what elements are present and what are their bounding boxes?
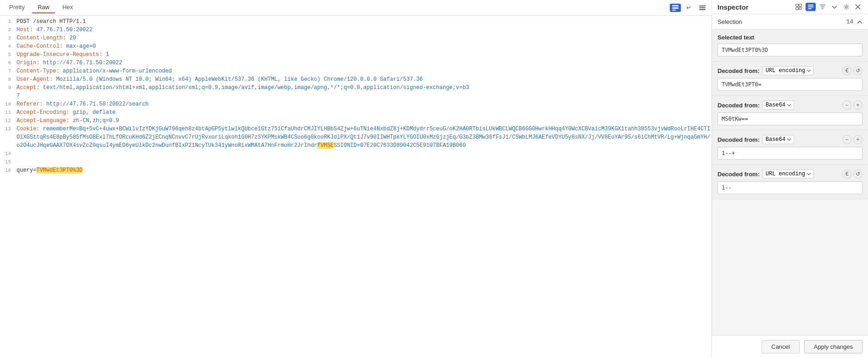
decode-section-3: Decoded from: URL encoding € ↺ 1-- xyxy=(712,165,868,199)
svg-rect-9 xyxy=(799,7,801,10)
code-line-2: 2 Host: 47.76.71.50:20022 xyxy=(0,26,712,34)
decode-section-2: Decoded from: Base64 − + 1--+ xyxy=(712,130,868,165)
decode-encoding-1: Base64 xyxy=(766,102,785,108)
decode-minus-icon-2[interactable]: − xyxy=(842,135,851,144)
decode-encoding-3: URL encoding xyxy=(766,171,805,177)
decode-copy-icon-0[interactable]: € xyxy=(842,66,851,75)
editor-toolbar: Pretty Raw Hex ↵ xyxy=(0,0,712,16)
tab-raw[interactable]: Raw xyxy=(32,2,55,13)
decode-encoding-0: URL encoding xyxy=(766,67,805,74)
code-line-7: 7 Content-Type: application/x-www-form-u… xyxy=(0,67,712,75)
code-line-14: 14 xyxy=(0,150,712,158)
svg-point-18 xyxy=(846,6,847,8)
decode-minus-icon-1[interactable]: − xyxy=(842,101,851,110)
code-line-9b: 7 xyxy=(0,92,712,100)
selected-text-title: Selected text xyxy=(718,34,862,41)
svg-rect-10 xyxy=(808,5,813,6)
collapse-icon[interactable] xyxy=(829,3,840,11)
decode-section-0: Decoded from: URL encoding € ↺ TVMwdEt3P… xyxy=(712,62,868,96)
apply-changes-button[interactable]: Apply changes xyxy=(804,340,862,353)
selected-text-value[interactable]: TVMwdEt3PT0%3D xyxy=(718,44,862,56)
svg-rect-2 xyxy=(672,10,676,11)
code-line-16: 16 query=TVMwdEt3PT0%3D xyxy=(0,166,712,174)
decode-action-icons-3: € ↺ xyxy=(842,169,862,179)
list-view-icon[interactable] xyxy=(806,3,816,11)
decode-action-icons-1: − + xyxy=(842,101,862,110)
newline-icon[interactable]: ↵ xyxy=(684,3,693,12)
editor-panel: Pretty Raw Hex ↵ xyxy=(0,0,712,358)
decode-dropdown-2[interactable]: Base64 xyxy=(762,135,794,144)
decode-label-2: Decoded from: xyxy=(718,136,760,143)
filter-icon[interactable] xyxy=(818,3,828,11)
decode-value-1[interactable]: MS0tKw== xyxy=(718,112,862,125)
selection-count: 14 xyxy=(846,18,853,25)
decode-section-1: Decoded from: Base64 − + MS0tKw== xyxy=(712,96,868,130)
decode-replace-icon-3[interactable]: ↺ xyxy=(853,169,862,179)
svg-line-17 xyxy=(835,6,837,8)
decode-plus-icon-1[interactable]: + xyxy=(853,101,862,110)
decode-value-2[interactable]: 1--+ xyxy=(718,147,862,160)
svg-rect-7 xyxy=(799,4,801,6)
selection-label: Selection xyxy=(718,18,846,25)
settings-icon[interactable] xyxy=(841,3,851,11)
decode-value-0[interactable]: TVMwdEt3PT0= xyxy=(718,78,862,91)
decode-encoding-2: Base64 xyxy=(766,136,785,143)
code-line-11: 11 Accept-Encoding: gzip, deflate xyxy=(0,108,712,117)
code-line-15: 15 xyxy=(0,158,712,166)
code-line-5: 5 Upgrade-Insecure-Requests: 1 xyxy=(0,50,712,59)
code-line-6: 6 Origin: http://47.76.71.50:20022 xyxy=(0,59,712,67)
selection-collapse-btn[interactable] xyxy=(857,18,862,25)
inspector-header: Inspector xyxy=(712,0,868,14)
svg-rect-8 xyxy=(796,7,798,10)
inspector-footer: Cancel Apply changes xyxy=(712,335,868,358)
svg-rect-3 xyxy=(699,6,706,6)
code-line-10: 10 Referer: http://47.76.71.50:20022/sea… xyxy=(0,100,712,108)
decode-action-icons-0: € ↺ xyxy=(842,66,862,75)
decode-dropdown-3[interactable]: URL encoding xyxy=(762,169,814,179)
selection-header: Selection 14 xyxy=(712,14,868,29)
svg-rect-1 xyxy=(672,7,679,9)
tab-hex[interactable]: Hex xyxy=(57,2,78,13)
code-line-9: 9 Accept: text/html,application/xhtml+xm… xyxy=(0,84,712,92)
decode-dropdown-1[interactable]: Base64 xyxy=(762,101,794,110)
inspector-body: Selection 14 Selected text TVMwdEt3PT0%3… xyxy=(712,14,868,335)
text-view-icon[interactable] xyxy=(670,4,681,12)
svg-rect-11 xyxy=(808,6,813,7)
code-line-12: 12 Accept-Language: zh-CN,zh;q=0.9 xyxy=(0,117,712,125)
decode-label-0: Decoded from: xyxy=(718,67,760,74)
code-line-3: 3 Content-Length: 20 xyxy=(0,34,712,42)
decode-copy-icon-3[interactable]: € xyxy=(842,169,851,179)
svg-rect-5 xyxy=(699,9,706,10)
code-line-4: 4 Cache-Control: max-age=0 xyxy=(0,42,712,50)
decode-header-0: Decoded from: URL encoding € ↺ xyxy=(718,66,862,75)
decode-header-2: Decoded from: Base64 − + xyxy=(718,135,862,144)
decode-plus-icon-2[interactable]: + xyxy=(853,135,862,144)
inspector-panel: Inspector xyxy=(712,0,868,358)
svg-rect-6 xyxy=(796,4,798,6)
code-line-1: 1 POST /search HTTP/1.1 xyxy=(0,17,712,26)
inspector-title: Inspector xyxy=(718,3,791,11)
decode-label-3: Decoded from: xyxy=(718,171,760,178)
decode-label-1: Decoded from: xyxy=(718,102,760,109)
editor-content: 1 POST /search HTTP/1.1 2 Host: 47.76.71… xyxy=(0,16,712,358)
inspector-header-icons xyxy=(794,3,862,11)
cancel-button[interactable]: Cancel xyxy=(762,340,799,353)
code-line-13: 13 Cookie: rememberMe=Bq+5vC+4uwx+BCWilv… xyxy=(0,125,712,150)
decode-value-3[interactable]: 1-- xyxy=(718,181,862,194)
toolbar-icons: ↵ xyxy=(670,3,708,12)
svg-rect-4 xyxy=(699,7,706,8)
decode-action-icons-2: − + xyxy=(842,135,862,144)
decode-replace-icon-0[interactable]: ↺ xyxy=(853,66,862,75)
decode-header-1: Decoded from: Base64 − + xyxy=(718,101,862,110)
menu-icon[interactable] xyxy=(697,4,708,12)
decode-dropdown-0[interactable]: URL encoding xyxy=(762,66,814,75)
tab-pretty[interactable]: Pretty xyxy=(4,2,30,13)
close-icon[interactable] xyxy=(853,3,862,11)
grid-view-icon[interactable] xyxy=(794,3,804,11)
decode-header-3: Decoded from: URL encoding € ↺ xyxy=(718,169,862,179)
code-line-8: 8 User-Agent: Mozilla/5.0 (Windows NT 10… xyxy=(0,75,712,84)
selected-text-section: Selected text TVMwdEt3PT0%3D xyxy=(712,29,868,62)
svg-rect-12 xyxy=(808,8,812,9)
svg-rect-0 xyxy=(672,5,679,6)
svg-line-16 xyxy=(832,6,835,8)
